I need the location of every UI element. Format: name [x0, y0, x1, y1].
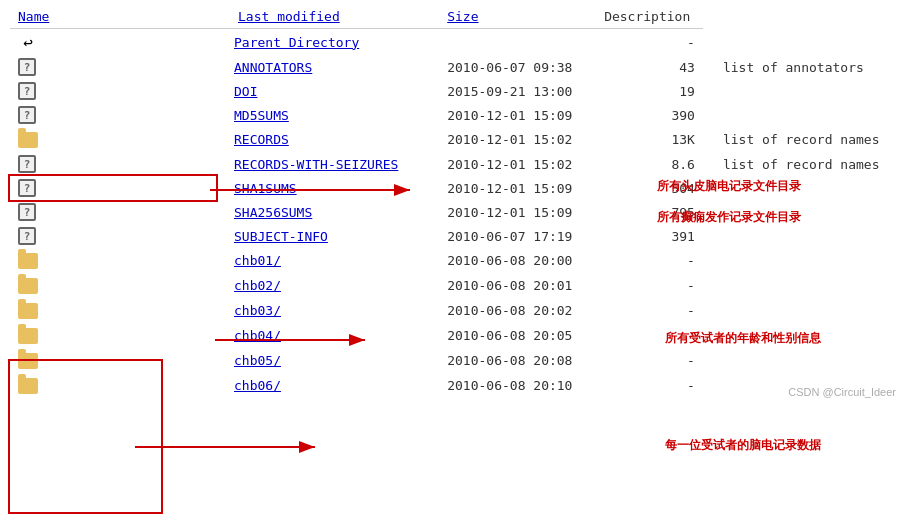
file-modified-cell: 2010-06-08 20:01	[439, 273, 596, 298]
table-row: ?RECORDS-WITH-SEIZURES2010-12-01 15:028.…	[10, 152, 896, 176]
folder-icon	[18, 278, 38, 294]
file-modified-cell: 2010-06-07 17:19	[439, 224, 596, 248]
file-link[interactable]: chb02/	[234, 278, 281, 293]
table-row: chb02/2010-06-08 20:01-	[10, 273, 896, 298]
file-size-cell: 391	[596, 224, 703, 248]
table-row: chb05/2010-06-08 20:08-	[10, 348, 896, 373]
file-modified-cell: 2010-12-01 15:09	[439, 200, 596, 224]
file-link[interactable]: ANNOTATORS	[234, 60, 312, 75]
file-modified-cell: 2010-12-01 15:02	[439, 152, 596, 176]
records-seizures-annotation: 所有癫痫发作记录文件目录	[657, 209, 801, 226]
records-arrow	[210, 180, 530, 200]
file-desc-cell	[703, 273, 896, 298]
file-link[interactable]: DOI	[234, 84, 257, 99]
modified-sort-link[interactable]: Last modified	[238, 9, 340, 24]
folder-icon	[18, 328, 38, 344]
file-link[interactable]: SHA256SUMS	[234, 205, 312, 220]
folder-icon	[18, 353, 38, 369]
file-size-cell: -	[596, 29, 703, 56]
col-header-size[interactable]: Size	[439, 5, 596, 29]
file-link[interactable]: RECORDS-WITH-SEIZURES	[234, 157, 398, 172]
table-row: RECORDS2010-12-01 15:0213Klist of record…	[10, 127, 896, 152]
file-link[interactable]: MD5SUMS	[234, 108, 289, 123]
file-name-cell[interactable]: SUBJECT-INFO	[230, 224, 439, 248]
file-modified-cell: 2015-09-21 13:00	[439, 79, 596, 103]
size-sort-link[interactable]: Size	[447, 9, 478, 24]
records-annotation: 所有头皮脑电记录文件目录	[657, 178, 801, 195]
file-desc-cell	[703, 29, 896, 56]
file-name-cell[interactable]: chb02/	[230, 273, 439, 298]
file-name-cell[interactable]: DOI	[230, 79, 439, 103]
file-link[interactable]: chb05/	[234, 353, 281, 368]
file-modified-cell: 2010-06-08 20:00	[439, 248, 596, 273]
file-name-cell[interactable]: RECORDS	[230, 127, 439, 152]
file-size-cell: -	[596, 273, 703, 298]
file-modified-cell: 2010-06-08 20:05	[439, 323, 596, 348]
file-icon: ?	[18, 203, 36, 221]
file-link[interactable]: SUBJECT-INFO	[234, 229, 328, 244]
file-name-cell[interactable]: chb01/	[230, 248, 439, 273]
folder-icon	[18, 378, 38, 394]
name-sort-link[interactable]: Name	[18, 9, 49, 24]
parent-dir-link[interactable]: Parent Directory	[234, 35, 359, 50]
watermark: CSDN @Circuit_Ideer	[788, 386, 896, 398]
file-desc-cell	[703, 298, 896, 323]
file-icon: ?	[18, 82, 36, 100]
file-name-cell[interactable]: Parent Directory	[230, 29, 439, 56]
file-size-cell: 43	[596, 55, 703, 79]
file-link[interactable]: chb01/	[234, 253, 281, 268]
table-row: chb06/2010-06-08 20:10-	[10, 373, 896, 398]
back-icon: ↩	[18, 32, 38, 52]
table-row: ?DOI2015-09-21 13:0019	[10, 79, 896, 103]
col-header-name[interactable]: Name	[10, 5, 230, 29]
file-link[interactable]: RECORDS	[234, 132, 289, 147]
file-modified-cell: 2010-12-01 15:02	[439, 127, 596, 152]
file-icon: ?	[18, 227, 36, 245]
subject-info-arrow	[215, 332, 445, 348]
file-name-cell[interactable]: SHA256SUMS	[230, 200, 439, 224]
file-name-cell[interactable]: MD5SUMS	[230, 103, 439, 127]
file-modified-cell: 2010-12-01 15:09	[439, 103, 596, 127]
folder-icon	[18, 253, 38, 269]
file-desc-cell	[703, 103, 896, 127]
file-name-cell[interactable]: chb05/	[230, 348, 439, 373]
table-row: chb01/2010-06-08 20:00-	[10, 248, 896, 273]
subject-info-annotation: 所有受试者的年龄和性别信息	[665, 330, 821, 347]
col-header-modified[interactable]: Last modified	[230, 5, 439, 29]
file-icon: ?	[18, 155, 36, 173]
table-row: ?ANNOTATORS2010-06-07 09:3843list of ann…	[10, 55, 896, 79]
file-size-cell: 13K	[596, 127, 703, 152]
folder-icon	[18, 303, 38, 319]
file-desc-cell	[703, 248, 896, 273]
file-name-cell[interactable]: chb06/	[230, 373, 439, 398]
table-row: ↩Parent Directory-	[10, 29, 896, 56]
col-header-desc: Description	[596, 5, 703, 29]
file-modified-cell	[439, 29, 596, 56]
file-name-cell[interactable]: chb03/	[230, 298, 439, 323]
folders-annotation: 每一位受试者的脑电记录数据	[665, 437, 821, 454]
file-name-cell[interactable]: RECORDS-WITH-SEIZURES	[230, 152, 439, 176]
file-size-cell: 19	[596, 79, 703, 103]
file-desc-cell: list of annotators	[703, 55, 896, 79]
file-link[interactable]: chb06/	[234, 378, 281, 393]
file-name-cell[interactable]: ANNOTATORS	[230, 55, 439, 79]
table-row: chb03/2010-06-08 20:02-	[10, 298, 896, 323]
file-desc-cell	[703, 224, 896, 248]
file-size-cell: -	[596, 248, 703, 273]
file-icon: ?	[18, 106, 36, 124]
file-link[interactable]: chb03/	[234, 303, 281, 318]
file-modified-cell: 2010-06-08 20:10	[439, 373, 596, 398]
file-modified-cell: 2010-06-08 20:02	[439, 298, 596, 323]
file-desc-cell: list of record names	[703, 127, 896, 152]
file-icon: ?	[18, 179, 36, 197]
table-row: ?MD5SUMS2010-12-01 15:09390	[10, 103, 896, 127]
file-size-cell: -	[596, 298, 703, 323]
file-icon: ?	[18, 58, 36, 76]
file-desc-cell	[703, 348, 896, 373]
file-desc-cell	[703, 79, 896, 103]
file-modified-cell: 2010-06-08 20:08	[439, 348, 596, 373]
folder-file-icon	[18, 132, 38, 148]
file-modified-cell: 2010-06-07 09:38	[439, 55, 596, 79]
folders-arrow	[135, 439, 415, 455]
table-row: ?SUBJECT-INFO2010-06-07 17:19391	[10, 224, 896, 248]
